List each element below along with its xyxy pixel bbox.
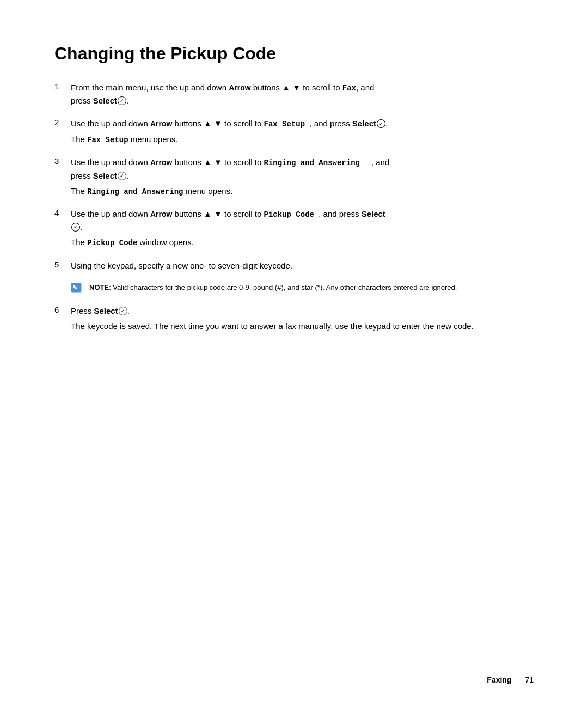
step-1: 1 From the main menu, use the up and dow…: [54, 81, 534, 107]
step-number-1: 1: [54, 81, 71, 91]
menu-fax: Fax: [342, 84, 356, 93]
select-icon-4: [71, 223, 80, 232]
step-4-sub: The Pickup Code window opens.: [71, 236, 534, 249]
note-text: : Valid characters for the pickup code a…: [109, 283, 457, 291]
select-icon-1: [118, 96, 126, 105]
arrow-bold-4: Arrow: [150, 210, 172, 218]
arrow-bold-1: Arrow: [229, 83, 250, 92]
step-2: 2 Use the up and down Arrow buttons ▲ ▼ …: [54, 117, 534, 146]
steps-list: 1 From the main menu, use the up and dow…: [54, 81, 534, 272]
footer-page: 71: [525, 675, 534, 684]
select-icon-6: [119, 307, 127, 315]
step-content-3: Use the up and down Arrow buttons ▲ ▼ to…: [71, 156, 534, 198]
step-number-3: 3: [54, 156, 71, 166]
step-5: 5 Using the keypad, specify a new one- t…: [54, 259, 534, 272]
step-number-2: 2: [54, 117, 71, 127]
step-content-2: Use the up and down Arrow buttons ▲ ▼ to…: [71, 117, 534, 146]
step-4: 4 Use the up and down Arrow buttons ▲ ▼ …: [54, 208, 534, 249]
step-content-5: Using the keypad, specify a new one- to …: [71, 259, 534, 272]
steps-list-2: 6 Press Select. The keycode is saved. Th…: [54, 305, 534, 333]
step-3: 3 Use the up and down Arrow buttons ▲ ▼ …: [54, 156, 534, 198]
step-content-1: From the main menu, use the up and down …: [71, 81, 534, 107]
step-content-6: Press Select. The keycode is saved. The …: [71, 305, 534, 333]
arrow-bold-3: Arrow: [150, 158, 172, 167]
note-pencil-icon: ✎: [71, 283, 82, 293]
note-icon: ✎: [71, 282, 86, 295]
step-number-4: 4: [54, 208, 71, 217]
select-word-1: Select: [93, 96, 117, 105]
select-icon-3: [118, 172, 126, 180]
step-6: 6 Press Select. The keycode is saved. Th…: [54, 305, 534, 333]
menu-ringing: Ringing and Answering: [264, 159, 360, 167]
step-6-sub: The keycode is saved. The next time you …: [71, 320, 534, 333]
arrow-icons-3: ▲ ▼: [204, 157, 222, 167]
menu-pickup-code: Pickup Code: [264, 210, 314, 219]
select-word-2: Select: [352, 119, 376, 128]
select-word-6: Select: [94, 306, 118, 315]
step-number-6: 6: [54, 305, 71, 314]
select-word-4: Select: [362, 209, 385, 218]
arrow-icons-1: ▲ ▼: [282, 83, 301, 92]
page: Changing the Pickup Code 1 From the main…: [0, 0, 588, 706]
page-title: Changing the Pickup Code: [54, 44, 534, 64]
ringing-ref: Ringing and Answering: [87, 187, 183, 196]
step-3-sub: The Ringing and Answering menu opens.: [71, 185, 534, 198]
menu-fax-setup: Fax Setup: [264, 120, 305, 129]
select-icon-2: [377, 119, 385, 128]
step-number-5: 5: [54, 259, 71, 269]
note-box: ✎ NOTE: Valid characters for the pickup …: [71, 282, 534, 295]
fax-setup-ref: Fax Setup: [87, 136, 128, 144]
arrow-icons-4: ▲ ▼: [204, 209, 222, 218]
arrow-icons-2: ▲ ▼: [204, 119, 222, 128]
footer-divider: [518, 675, 518, 684]
footer: Faxing 71: [487, 675, 534, 684]
step-2-sub: The Fax Setup menu opens.: [71, 133, 534, 146]
select-word-3: Select: [93, 171, 117, 180]
footer-label: Faxing: [487, 675, 511, 684]
arrow-bold-2: Arrow: [150, 119, 172, 128]
svg-text:✎: ✎: [72, 284, 77, 291]
note-label: NOTE: [89, 283, 109, 291]
note-content: NOTE: Valid characters for the pickup co…: [89, 282, 457, 293]
pickup-code-ref: Pickup Code: [87, 239, 137, 247]
step-content-4: Use the up and down Arrow buttons ▲ ▼ to…: [71, 208, 534, 249]
